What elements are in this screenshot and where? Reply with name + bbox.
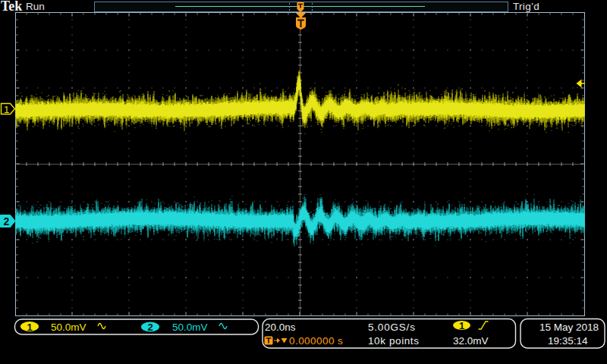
svg-text:19:35:14: 19:35:14	[548, 335, 588, 347]
svg-text:20.0ns: 20.0ns	[265, 322, 296, 333]
svg-text:2: 2	[4, 215, 10, 228]
svg-text:Tek: Tek	[1, 0, 22, 14]
svg-text:5.00GS/s: 5.00GS/s	[368, 322, 416, 333]
svg-text:50.0mV: 50.0mV	[172, 322, 208, 333]
svg-text:Run: Run	[26, 1, 45, 12]
svg-text:15 May 2018: 15 May 2018	[539, 322, 599, 333]
svg-text:32.0mV: 32.0mV	[453, 335, 489, 347]
svg-text:1: 1	[459, 320, 464, 331]
svg-text:0.000000 s: 0.000000 s	[289, 335, 343, 347]
svg-text:1: 1	[4, 104, 9, 115]
svg-text:Trig’d: Trig’d	[513, 1, 539, 12]
svg-text:2: 2	[148, 322, 153, 333]
svg-text:1: 1	[27, 322, 33, 333]
svg-text:10k points: 10k points	[368, 335, 420, 347]
svg-text:50.0mV: 50.0mV	[51, 322, 86, 333]
